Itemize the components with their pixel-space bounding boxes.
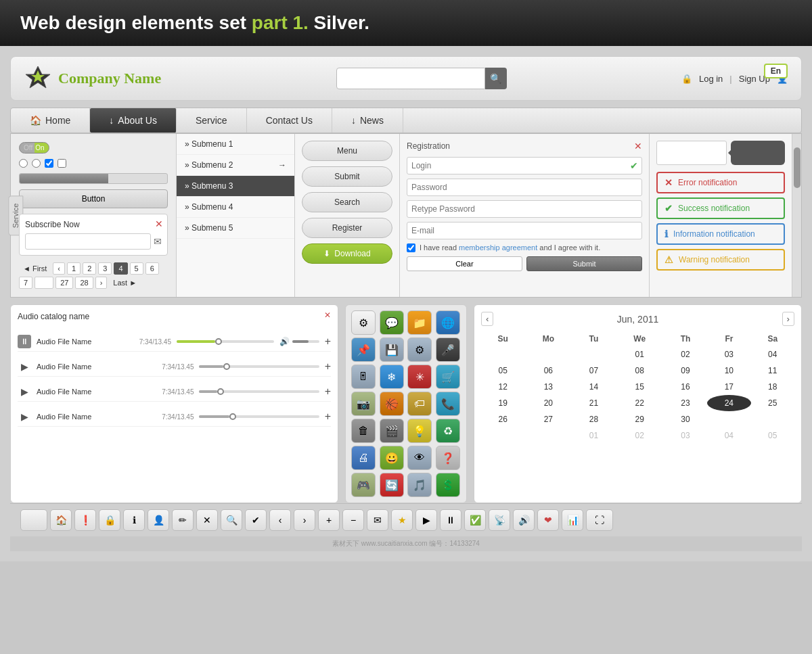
cal-cell[interactable]: 10 — [707, 363, 750, 379]
icon-music[interactable]: 🎵 — [407, 473, 432, 497]
cal-cell-other[interactable]: 04 — [707, 427, 750, 444]
cal-cell[interactable] — [524, 427, 572, 444]
submit-button[interactable]: Submit — [302, 166, 392, 187]
page-5-button[interactable]: 5 — [130, 262, 143, 275]
cal-cell[interactable]: 30 — [664, 411, 707, 427]
icon-bulb[interactable]: 💡 — [407, 419, 432, 443]
cal-cell[interactable]: 17 — [707, 379, 750, 395]
page-last-button[interactable]: Last ► — [109, 277, 141, 288]
retype-password-input[interactable] — [407, 200, 642, 218]
icon-save[interactable]: 💾 — [380, 337, 404, 362]
cal-cell[interactable]: 09 — [664, 363, 707, 379]
bottom-icon-blank[interactable] — [20, 509, 47, 531]
submenu-1[interactable]: » Submenu 1 — [177, 134, 294, 155]
icon-phone[interactable]: 📞 — [436, 392, 460, 416]
page-27-button[interactable]: 27 — [55, 277, 73, 289]
cal-cell-today[interactable]: 24 — [707, 395, 750, 411]
cal-cell[interactable]: 08 — [616, 363, 664, 379]
audio-progress-2[interactable] — [199, 365, 319, 368]
cal-cell[interactable]: 22 — [616, 395, 664, 411]
submenu-2[interactable]: » Submenu 2→ — [177, 155, 294, 176]
nav-item-service[interactable]: Service — [177, 108, 247, 133]
scrollbar[interactable] — [792, 134, 801, 297]
cal-cell[interactable]: 01 — [616, 346, 664, 363]
plain-button[interactable]: Button — [19, 189, 168, 208]
icon-refresh[interactable]: 🔄 — [380, 473, 404, 497]
bottom-icon-next[interactable]: › — [294, 509, 315, 531]
page-first-button[interactable]: ◄ First — [19, 263, 51, 274]
icon-gear[interactable]: ⚙ — [407, 337, 432, 362]
icon-cart[interactable]: 🛒 — [436, 365, 460, 389]
cal-cell[interactable] — [524, 346, 572, 363]
radio-button-2[interactable] — [32, 159, 41, 168]
cal-cell[interactable] — [751, 411, 794, 427]
audio-progress-4[interactable] — [199, 415, 319, 418]
login-link[interactable]: Log in — [699, 74, 723, 84]
icon-face[interactable]: 😀 — [380, 446, 404, 470]
icon-print[interactable]: 🖨 — [351, 446, 376, 470]
icon-camera[interactable]: 📷 — [351, 392, 376, 416]
audio-add-button-3[interactable]: + — [325, 386, 331, 398]
page-prev-button[interactable]: ‹ — [53, 262, 65, 275]
cal-cell[interactable]: 02 — [664, 346, 707, 363]
cal-cell[interactable]: 18 — [751, 379, 794, 395]
audio-add-button-4[interactable]: + — [325, 411, 331, 423]
cal-cell[interactable]: 29 — [616, 411, 664, 427]
icon-globe[interactable]: 🌐 — [436, 310, 460, 335]
bottom-icon-star[interactable]: ★ — [391, 509, 413, 531]
audio-progress-1[interactable] — [177, 340, 274, 343]
icon-basketball[interactable]: 🏀 — [380, 392, 404, 416]
bottom-icon-pencil[interactable]: ✏ — [172, 509, 194, 531]
icon-chat[interactable]: 💬 — [380, 310, 404, 335]
audio-play-button-2[interactable]: ▶ — [18, 360, 31, 373]
cal-cell[interactable]: 20 — [524, 395, 572, 411]
checkbox-2[interactable] — [58, 159, 66, 168]
clear-button[interactable]: Clear — [407, 256, 522, 271]
icon-trash[interactable]: 🗑 — [351, 419, 376, 443]
page-4-button[interactable]: 4 — [114, 262, 127, 275]
cal-cell[interactable]: 12 — [481, 379, 524, 395]
icon-equalizer[interactable]: 🎚 — [351, 365, 376, 389]
bottom-icon-prev[interactable]: ‹ — [269, 509, 291, 531]
calendar-next-button[interactable]: › — [782, 312, 794, 326]
cal-cell[interactable]: 03 — [707, 346, 750, 363]
reg-close-button[interactable]: ✕ — [634, 141, 642, 151]
cal-cell[interactable]: 23 — [664, 395, 707, 411]
submenu-3[interactable]: » Submenu 3 — [177, 176, 294, 197]
bottom-icon-fullscreen[interactable]: ⛶ — [586, 509, 613, 531]
bottom-icon-user[interactable]: 👤 — [148, 509, 169, 531]
audio-add-button-1[interactable]: + — [325, 335, 331, 348]
bottom-icon-volume[interactable]: 🔊 — [513, 509, 535, 531]
page-1-button[interactable]: 1 — [67, 262, 81, 275]
cal-cell[interactable]: 15 — [616, 379, 664, 395]
page-7-button[interactable]: 7 — [19, 277, 32, 289]
nav-item-news[interactable]: ↓ News — [332, 108, 403, 133]
icon-tag[interactable]: 🏷 — [407, 392, 432, 416]
cal-cell[interactable] — [481, 427, 524, 444]
cal-cell[interactable] — [572, 346, 615, 363]
bottom-icon-chart[interactable]: 📊 — [562, 509, 583, 531]
icon-mic[interactable]: 🎤 — [436, 337, 460, 362]
submenu-5[interactable]: » Submenu 5 — [177, 218, 294, 239]
icon-video[interactable]: 🎬 — [380, 419, 404, 443]
cal-cell-other[interactable]: 03 — [664, 427, 707, 444]
calendar-prev-button[interactable]: ‹ — [481, 312, 493, 326]
subscribe-close-button[interactable]: ✕ — [155, 218, 163, 229]
chat-input-box[interactable] — [656, 141, 727, 165]
cal-cell[interactable]: 16 — [664, 379, 707, 395]
cal-cell[interactable] — [707, 411, 750, 427]
icon-pin[interactable]: 📌 — [351, 337, 376, 362]
toggle-button[interactable]: Off On — [19, 142, 49, 154]
radio-button-1[interactable] — [19, 159, 28, 168]
bottom-icon-info[interactable]: ℹ — [123, 509, 145, 531]
bottom-icon-check[interactable]: ✔ — [245, 509, 267, 531]
audio-progress-3[interactable] — [199, 390, 319, 393]
cal-cell[interactable]: 04 — [751, 346, 794, 363]
icon-snowflake[interactable]: ❄ — [380, 365, 404, 389]
bottom-icon-circle-check[interactable]: ✅ — [464, 509, 486, 531]
bottom-icon-mail[interactable]: ✉ — [367, 509, 388, 531]
download-button[interactable]: ⬇ Download — [302, 243, 392, 264]
subscribe-submit-button[interactable]: ✉ — [154, 236, 162, 247]
agreement-checkbox[interactable] — [407, 243, 415, 252]
nav-item-about[interactable]: ↓ About Us — [90, 108, 177, 133]
